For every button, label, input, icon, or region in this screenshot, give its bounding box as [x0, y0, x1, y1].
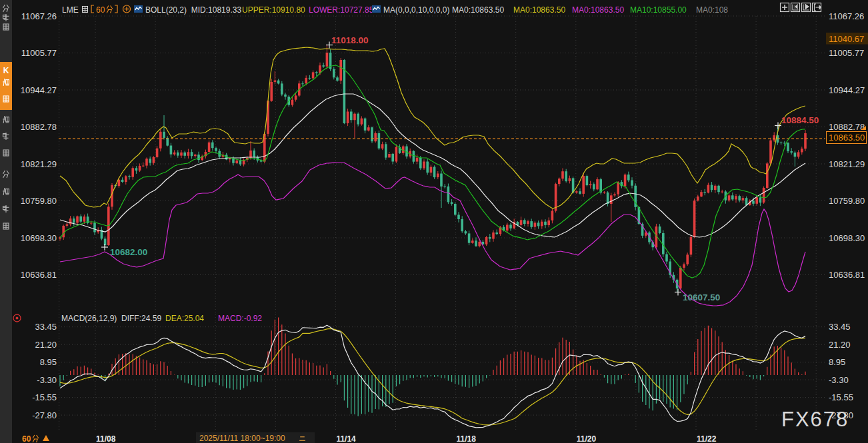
- svg-text:11005.77: 11005.77: [829, 48, 864, 58]
- svg-text:11/14: 11/14: [336, 434, 356, 443]
- svg-text:10636.81: 10636.81: [829, 270, 865, 280]
- svg-text:10884.50: 10884.50: [781, 115, 819, 125]
- svg-text:11005.77: 11005.77: [21, 48, 57, 58]
- svg-text:10821.29: 10821.29: [829, 159, 865, 169]
- svg-text:MA0:10863.50: MA0:10863.50: [572, 5, 624, 15]
- svg-text:10636.81: 10636.81: [21, 270, 57, 280]
- svg-text:-15.55: -15.55: [829, 392, 853, 402]
- svg-text:33.45: 33.45: [829, 322, 851, 332]
- svg-text:11067.26: 11067.26: [829, 11, 864, 21]
- svg-text:MA0:10863.50: MA0:10863.50: [452, 5, 504, 15]
- svg-text:K: K: [3, 66, 9, 75]
- svg-text:MACD(26,12,9) DIFF:24.59: MACD(26,12,9) DIFF:24.59: [61, 314, 161, 323]
- svg-text:11067.26: 11067.26: [21, 11, 57, 21]
- svg-text:DEA:25.04: DEA:25.04: [165, 314, 204, 323]
- svg-text:10882.78: 10882.78: [829, 122, 865, 132]
- svg-text:60: 60: [22, 434, 31, 443]
- svg-text:60: 60: [96, 5, 105, 15]
- svg-text:MA0:10863.50: MA0:10863.50: [513, 5, 565, 15]
- svg-text:BOLL(20,2) MID:10819.33: BOLL(20,2) MID:10819.33: [145, 5, 241, 15]
- svg-text:10698.30: 10698.30: [829, 233, 865, 243]
- svg-text:UPPER:10910.80: UPPER:10910.80: [242, 5, 305, 15]
- svg-text:10863.50: 10863.50: [829, 133, 865, 143]
- svg-text:10759.80: 10759.80: [21, 196, 57, 206]
- svg-text:10882.78: 10882.78: [21, 122, 57, 132]
- svg-text:MACD:-0.92: MACD:-0.92: [218, 314, 262, 323]
- svg-text:10698.30: 10698.30: [21, 233, 57, 243]
- svg-text:-3.30: -3.30: [829, 375, 849, 385]
- svg-text:21.20: 21.20: [829, 340, 851, 350]
- svg-text:10759.80: 10759.80: [829, 196, 865, 206]
- svg-text:10944.27: 10944.27: [21, 85, 57, 95]
- svg-text:21.20: 21.20: [35, 340, 57, 350]
- svg-text:33.45: 33.45: [35, 322, 57, 332]
- svg-text:-27.80: -27.80: [32, 410, 57, 420]
- svg-text:-3.30: -3.30: [37, 375, 57, 385]
- svg-text:MA0:108: MA0:108: [696, 5, 728, 15]
- svg-text:MA10:10855.00: MA10:10855.00: [630, 5, 687, 15]
- svg-text:8.95: 8.95: [829, 357, 845, 367]
- svg-text:11018.00: 11018.00: [331, 35, 369, 45]
- svg-text:FX678: FX678: [781, 408, 849, 431]
- svg-text:10682.00: 10682.00: [110, 247, 147, 257]
- svg-text:10821.29: 10821.29: [21, 159, 57, 169]
- svg-text:11/08: 11/08: [96, 434, 116, 443]
- svg-text:MA(0,0,0,10,0,0,0): MA(0,0,0,10,0,0,0): [383, 5, 449, 15]
- svg-text:-15.55: -15.55: [32, 392, 57, 402]
- svg-text:8.95: 8.95: [40, 357, 57, 367]
- svg-text:11/18: 11/18: [457, 434, 477, 443]
- svg-text:11040.67: 11040.67: [829, 34, 864, 44]
- svg-text:10944.27: 10944.27: [829, 85, 865, 95]
- svg-text:11/20: 11/20: [577, 434, 597, 443]
- svg-text:LOWER:10727.85: LOWER:10727.85: [309, 5, 374, 15]
- svg-text:10607.50: 10607.50: [683, 292, 720, 302]
- svg-text:11/22: 11/22: [697, 434, 717, 443]
- svg-text:LME: LME: [62, 5, 79, 15]
- svg-text:2025/11/11 18:00~19:00: 2025/11/11 18:00~19:00: [199, 434, 285, 443]
